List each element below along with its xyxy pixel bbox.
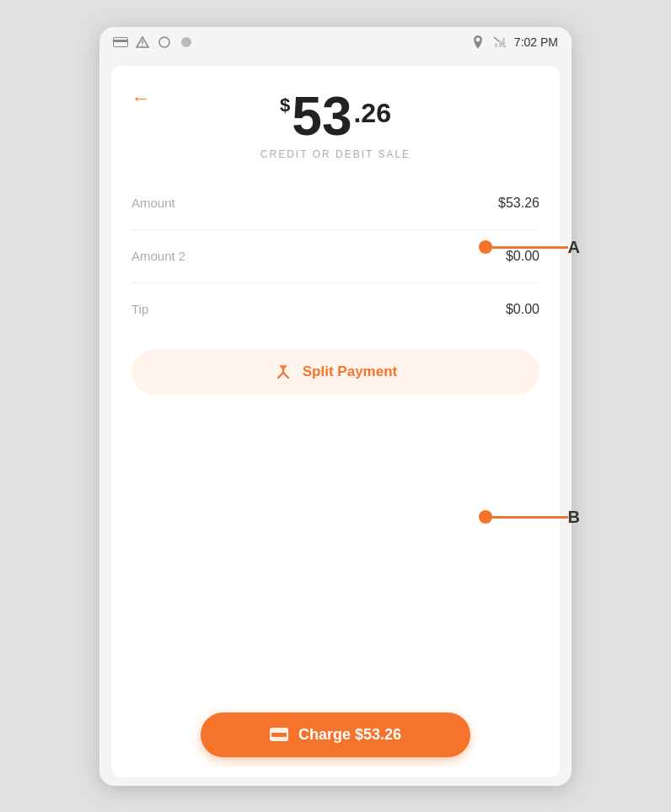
status-time: 7:02 PM bbox=[514, 35, 558, 49]
dot-status-icon bbox=[179, 36, 194, 48]
status-bar-right: 7:02 PM bbox=[470, 35, 558, 49]
amount-decimal: .26 bbox=[353, 98, 390, 129]
main-card: ← $ 53 .26 CREDIT OR DEBIT SALE Amount $… bbox=[111, 66, 560, 777]
split-payment-button[interactable]: Split Payment bbox=[132, 349, 539, 395]
tip-row: Tip $0.00 bbox=[132, 283, 539, 336]
tip-value: $0.00 bbox=[506, 302, 539, 317]
currency-symbol: $ bbox=[280, 94, 290, 116]
svg-point-4 bbox=[159, 37, 169, 47]
amount2-label: Amount 2 bbox=[132, 249, 185, 263]
location-status-icon bbox=[470, 36, 486, 48]
header: ← $ 53 .26 CREDIT OR DEBIT SALE bbox=[111, 66, 560, 177]
amount2-row: Amount 2 $0.00 bbox=[132, 230, 539, 283]
svg-point-3 bbox=[142, 45, 143, 46]
svg-line-12 bbox=[283, 373, 288, 378]
svg-rect-7 bbox=[495, 43, 497, 47]
signal-status-icon bbox=[492, 36, 507, 48]
line-items: Amount $53.26 Amount 2 $0.00 Tip $0.00 bbox=[111, 177, 560, 336]
sale-subtitle: CREDIT OR DEBIT SALE bbox=[260, 148, 411, 160]
back-button[interactable]: ← bbox=[132, 89, 150, 108]
amount-value: $53.26 bbox=[498, 196, 539, 211]
charge-label: Charge $53.26 bbox=[298, 726, 401, 744]
split-icon bbox=[274, 363, 293, 381]
split-payment-label: Split Payment bbox=[303, 363, 397, 380]
circle-status-icon bbox=[157, 36, 172, 48]
charge-button[interactable]: Charge $53.26 bbox=[201, 713, 470, 757]
warning-status-icon bbox=[135, 36, 150, 48]
svg-point-5 bbox=[181, 37, 191, 47]
status-bar-left bbox=[113, 36, 194, 48]
phone-frame: 7:02 PM ← $ 53 .26 CREDIT OR DEBIT SALE … bbox=[99, 27, 572, 786]
svg-line-11 bbox=[278, 373, 283, 378]
amount2-value: $0.00 bbox=[506, 249, 539, 264]
amount-row: Amount $53.26 bbox=[132, 177, 539, 230]
status-bar: 7:02 PM bbox=[99, 27, 572, 57]
svg-rect-1 bbox=[113, 40, 128, 42]
split-payment-section: Split Payment bbox=[111, 336, 560, 403]
charge-section: Charge $53.26 bbox=[111, 704, 560, 757]
tip-label: Tip bbox=[132, 302, 148, 316]
amount-whole: 53 bbox=[292, 89, 352, 143]
amount-label: Amount bbox=[132, 196, 175, 210]
svg-rect-8 bbox=[499, 40, 502, 47]
amount-display: $ 53 .26 bbox=[280, 89, 391, 143]
charge-card-icon bbox=[270, 728, 288, 741]
card-status-icon bbox=[113, 36, 128, 48]
svg-rect-9 bbox=[502, 38, 505, 47]
